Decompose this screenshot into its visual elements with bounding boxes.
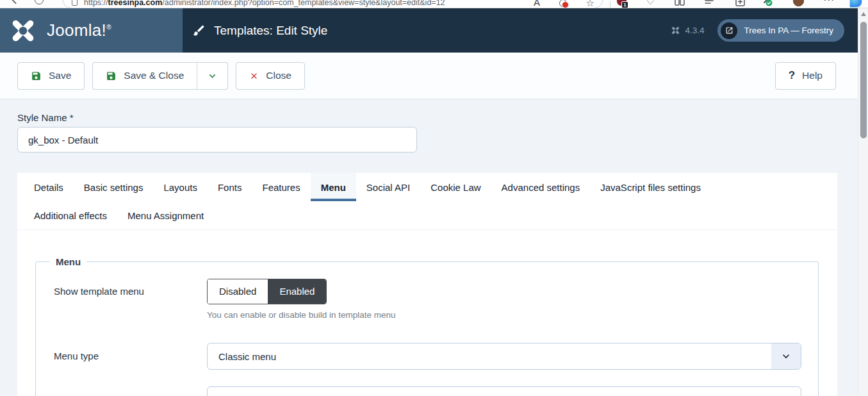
menu-legend: Menu (50, 256, 86, 267)
show-template-menu-row: Show template menu Disabled Enabled You … (36, 279, 818, 320)
joomla-wordmark: Joomla!® (47, 21, 111, 40)
close-label: Close (266, 70, 291, 81)
split-screen-icon[interactable] (675, 0, 685, 6)
read-aloud-icon[interactable]: A (534, 0, 540, 8)
reading-list-icon[interactable] (704, 0, 714, 6)
save-icon (31, 70, 42, 81)
brush-icon (192, 24, 206, 37)
tab-menu-assignment[interactable]: Menu Assignment (117, 201, 214, 229)
settings-card: Details Basic settings Layouts Fonts Fea… (17, 173, 837, 396)
tab-fonts[interactable]: Fonts (208, 173, 252, 201)
tab-menu[interactable]: Menu (311, 173, 356, 201)
browser-back-icon[interactable] (9, 0, 20, 5)
tab-additional-effects[interactable]: Additional effects (24, 201, 117, 229)
show-template-menu-help: You can enable or disable build in templ… (207, 310, 395, 320)
scrollbar-thumb[interactable] (860, 22, 867, 138)
save-close-button[interactable]: Save & Close (92, 62, 197, 90)
style-name-label: Style Name * (17, 112, 74, 123)
external-link-circle (721, 22, 737, 39)
show-template-menu-control: Disabled Enabled You can enable or disab… (207, 279, 395, 320)
admin-header: Joomla!® Templates: Edit Style 4.3.4 Tre… (0, 8, 858, 53)
external-link-icon (725, 26, 733, 35)
tab-cookie-law[interactable]: Cookie Law (420, 173, 491, 201)
menu-type-row: Menu type Classic menu (36, 343, 818, 370)
editor-check-icon[interactable] (762, 0, 773, 6)
show-template-menu-label: Show template menu (54, 279, 207, 320)
save-close-label: Save & Close (124, 70, 184, 81)
next-field-partial[interactable] (207, 386, 801, 396)
save-button[interactable]: Save (17, 62, 85, 90)
tab-advanced-settings[interactable]: Advanced settings (491, 173, 591, 201)
tab-social-api[interactable]: Social API (356, 173, 420, 201)
extension-badge: 1 (621, 1, 628, 8)
menu-type-label: Menu type (54, 343, 207, 370)
select-suffix (771, 343, 801, 369)
header-right: 4.3.4 Trees In PA — Forestry (671, 19, 844, 42)
tab-details[interactable]: Details (24, 173, 74, 201)
browser-menu-icon[interactable] (823, 0, 835, 6)
menu-type-value: Classic menu (208, 351, 771, 362)
style-name-input[interactable] (17, 127, 417, 153)
joomla-version: 4.3.4 (671, 26, 704, 35)
url-domain: treesinpa.com (108, 0, 163, 7)
tab-row-2: Additional effects Menu Assignment (17, 201, 837, 229)
help-label: Help (802, 70, 823, 81)
tracking-prevention-icon[interactable] (559, 0, 567, 7)
menu-fieldset: Menu Show template menu Disabled Enabled… (35, 256, 819, 396)
joomla-version-icon (671, 26, 680, 35)
browser-reload-icon[interactable] (35, 0, 44, 4)
page-info-icon[interactable] (72, 0, 78, 6)
url-scheme: https:// (84, 0, 108, 7)
scrollbar-up-arrow[interactable] (861, 12, 866, 16)
toolbar-divider (610, 1, 610, 8)
save-close-group: Save & Close (92, 62, 228, 90)
profile-avatar[interactable] (793, 0, 804, 6)
close-button[interactable]: Close (236, 62, 305, 90)
toggle-option-enabled[interactable]: Enabled (268, 279, 326, 304)
tab-features[interactable]: Features (252, 173, 310, 201)
site-link-label: Trees In PA — Forestry (744, 26, 833, 35)
add-workspace-icon[interactable] (735, 0, 745, 6)
tab-row-1: Details Basic settings Layouts Fonts Fea… (17, 173, 837, 201)
joomla-logo-icon (8, 16, 38, 45)
address-bar[interactable]: https://treesinpa.com/administrator/inde… (62, 0, 603, 8)
browser-chrome: https://treesinpa.com/administrator/inde… (0, 0, 868, 8)
tab-bar: Details Basic settings Layouts Fonts Fea… (17, 173, 837, 230)
save-label: Save (49, 70, 71, 81)
favorite-star-icon[interactable] (586, 0, 594, 8)
edit-style-page: Style Name * Details Basic settings Layo… (0, 99, 858, 396)
question-mark-icon: ? (789, 69, 795, 82)
action-toolbar: Save Save & Close Close ? Help (0, 53, 858, 99)
close-icon (249, 71, 259, 81)
extension-shield-icon[interactable]: 1 (617, 0, 626, 6)
url-path: /administrator/index.php?option=com_temp… (162, 0, 445, 7)
menu-type-select[interactable]: Classic menu (207, 343, 801, 370)
page-scrollbar[interactable] (858, 8, 868, 396)
version-number: 4.3.4 (685, 26, 704, 35)
view-site-button[interactable]: Trees In PA — Forestry (717, 19, 844, 42)
show-template-menu-toggle: Disabled Enabled (207, 279, 327, 304)
copilot-icon[interactable] (849, 0, 862, 8)
page-title: Templates: Edit Style (214, 24, 327, 38)
save-options-dropdown-button[interactable] (197, 62, 228, 90)
chevron-down-icon (206, 70, 218, 82)
tab-layouts[interactable]: Layouts (153, 173, 208, 201)
url-text: https://treesinpa.com/administrator/inde… (84, 0, 445, 7)
tab-basic-settings[interactable]: Basic settings (74, 173, 154, 201)
tab-javascript-files-settings[interactable]: JavaScript files settings (590, 173, 711, 201)
page-title-bar: Templates: Edit Style (192, 24, 327, 38)
toggle-option-disabled[interactable]: Disabled (208, 279, 268, 304)
collections-heart-icon[interactable] (646, 0, 655, 7)
chevron-down-icon (780, 350, 792, 363)
help-button[interactable]: ? Help (775, 62, 836, 90)
joomla-brand[interactable]: Joomla!® (0, 8, 183, 53)
save-icon (106, 70, 117, 81)
